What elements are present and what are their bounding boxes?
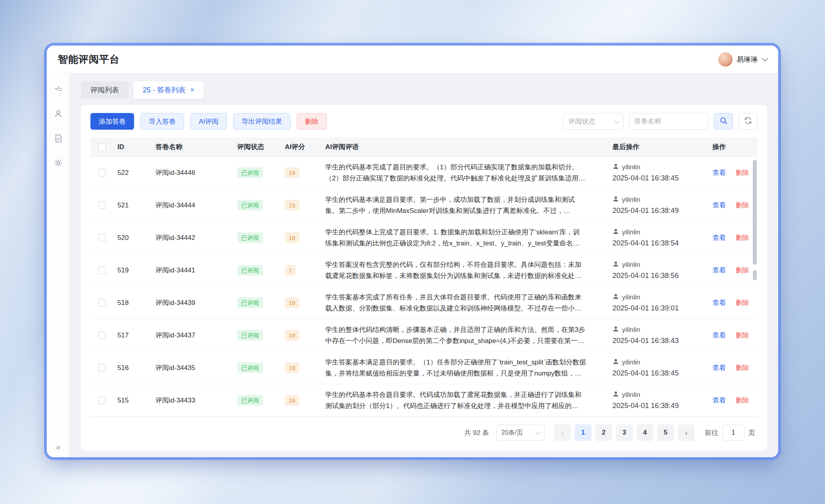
- scrollbar-thumb[interactable]: [753, 160, 757, 265]
- tab-label: 评阅列表: [90, 85, 119, 95]
- status-badge: 已评阅: [237, 297, 263, 308]
- status-badge: 已评阅: [237, 362, 263, 373]
- row-checkbox[interactable]: [98, 234, 106, 241]
- last-op-time: 2025-04-01 16:38:45: [612, 174, 704, 182]
- cell-actions: 查看 删除: [708, 233, 758, 242]
- users-icon[interactable]: [54, 109, 63, 119]
- cell-comment: 学生的整体代码结构清晰，步骤基本正确，并且适用了正确的库和方法。然而，在第3步中…: [325, 324, 586, 347]
- view-link[interactable]: 查看: [712, 201, 726, 209]
- content-panel: 添加答卷 导入答卷 AI评阅 导出评阅结果 删除 评阅状态: [81, 105, 767, 450]
- add-answer-button[interactable]: 添加答卷: [90, 113, 134, 130]
- score-badge: 18: [285, 330, 299, 341]
- vertical-scrollbar[interactable]: [753, 158, 757, 415]
- view-link[interactable]: 查看: [712, 266, 726, 274]
- delete-link[interactable]: 删除: [736, 266, 749, 274]
- tab-answer-list[interactable]: 25 - 答卷列表 ×: [133, 81, 203, 99]
- papers-icon[interactable]: [54, 134, 63, 143]
- close-icon[interactable]: ×: [190, 87, 194, 93]
- cell-id: 516: [113, 364, 152, 372]
- page-button-3[interactable]: 3: [616, 424, 633, 441]
- row-checkbox[interactable]: [98, 201, 106, 209]
- select-all-checkbox[interactable]: [98, 143, 106, 151]
- review-status-select[interactable]: 评阅状态: [563, 113, 624, 130]
- cell-last-op: yilinlin 2025-04-01 16:38:49: [608, 195, 708, 215]
- search-button[interactable]: [714, 113, 733, 130]
- table-row: 519 评阅id-34441 已评阅 1 学生答案没有包含完整的代码，仅有部分结…: [90, 254, 758, 287]
- select-placeholder: 评阅状态: [568, 117, 595, 126]
- row-checkbox[interactable]: [98, 299, 106, 307]
- goto-page: 前往 页: [705, 425, 755, 441]
- page-button-2[interactable]: 2: [595, 424, 612, 441]
- operator-name: yilinlin: [622, 391, 640, 399]
- header-actions: 操作: [708, 142, 758, 151]
- page-button-4[interactable]: 4: [637, 424, 653, 441]
- user-menu[interactable]: 易琳琳: [718, 52, 766, 67]
- row-checkbox[interactable]: [98, 364, 106, 372]
- import-answer-button[interactable]: 导入答卷: [140, 113, 184, 130]
- last-op-time: 2025-04-01 16:38:49: [612, 207, 704, 215]
- cell-name: 评阅id-34433: [152, 396, 233, 405]
- refresh-button[interactable]: [739, 113, 758, 130]
- cell-name: 评阅id-34442: [152, 233, 233, 242]
- status-badge: 已评阅: [237, 395, 263, 406]
- user-icon: [612, 261, 619, 269]
- scrollbar-thumb-segment[interactable]: [753, 270, 757, 280]
- delete-link[interactable]: 删除: [736, 201, 749, 209]
- last-op-time: 2025-04-01 16:38:54: [612, 239, 704, 247]
- row-checkbox[interactable]: [98, 332, 106, 339]
- cell-comment: 学生答案没有包含完整的代码，仅有部分结构，不符合题目要求。具体问题包括：未加载鸢…: [325, 259, 586, 282]
- header-last-op: 最后操作: [608, 142, 708, 151]
- status-badge: 已评阅: [237, 265, 263, 276]
- refresh-icon: [744, 116, 752, 126]
- delete-link[interactable]: 删除: [736, 332, 749, 339]
- cell-comment: 学生答案基本满足题目的要求。（1）任务部分正确使用了`train_test_sp…: [325, 357, 586, 379]
- settings-icon[interactable]: [54, 158, 63, 168]
- tab-review-list[interactable]: 评阅列表: [81, 81, 129, 99]
- user-icon: [612, 163, 619, 172]
- goto-page-input[interactable]: [722, 425, 744, 441]
- last-op-time: 2025-04-01 16:39:01: [612, 304, 704, 312]
- delete-link[interactable]: 删除: [736, 364, 749, 372]
- answer-name-input[interactable]: [629, 113, 708, 130]
- delete-link[interactable]: 删除: [736, 169, 749, 176]
- row-checkbox[interactable]: [98, 266, 106, 274]
- review-tasks-icon[interactable]: [54, 84, 63, 94]
- status-badge: 已评阅: [237, 232, 263, 243]
- view-link[interactable]: 查看: [712, 234, 726, 241]
- cell-actions: 查看 删除: [708, 363, 758, 372]
- view-link[interactable]: 查看: [712, 169, 726, 176]
- delete-link[interactable]: 删除: [736, 397, 749, 404]
- last-op-time: 2025-04-01 16:38:43: [612, 337, 704, 345]
- row-checkbox[interactable]: [98, 169, 106, 176]
- chevron-down-icon: [615, 118, 620, 123]
- next-page-button[interactable]: ›: [678, 424, 695, 441]
- sidebar-collapse-button[interactable]: »: [47, 443, 69, 452]
- cell-last-op: yilinlin 2025-04-01 16:38:45: [608, 163, 708, 182]
- export-results-button[interactable]: 导出评阅结果: [233, 113, 290, 130]
- page-size-value: 20条/页: [501, 429, 523, 437]
- view-link[interactable]: 查看: [712, 332, 726, 339]
- row-checkbox[interactable]: [98, 397, 106, 404]
- delete-link[interactable]: 删除: [736, 234, 749, 241]
- cell-actions: 查看 删除: [708, 298, 758, 307]
- operator-name: yilinlin: [622, 228, 640, 236]
- operator-name: yilinlin: [622, 293, 640, 301]
- cell-last-op: yilinlin 2025-04-01 16:38:56: [608, 261, 708, 280]
- view-link[interactable]: 查看: [712, 364, 726, 372]
- table-row: 520 评阅id-34442 已评阅 18 学生的代码整体上完成了题目要求。1.…: [90, 222, 758, 254]
- cell-id: 515: [113, 397, 152, 404]
- delete-link[interactable]: 删除: [736, 299, 749, 307]
- page-button-1[interactable]: 1: [575, 424, 591, 441]
- delete-button[interactable]: 删除: [297, 113, 327, 130]
- view-link[interactable]: 查看: [712, 299, 726, 307]
- prev-page-button[interactable]: ‹: [554, 424, 571, 441]
- page-button-5[interactable]: 5: [657, 424, 674, 441]
- cell-id: 520: [113, 234, 152, 242]
- view-link[interactable]: 查看: [712, 397, 726, 404]
- operator-name: yilinlin: [622, 358, 640, 366]
- page-size-select[interactable]: 20条/页: [496, 425, 545, 441]
- ai-review-button[interactable]: AI评阅: [190, 113, 227, 130]
- sidebar: »: [47, 73, 70, 457]
- table-row: 522 评阅id-34446 已评阅 18 学生的代码基本完成了题目的要求。（1…: [90, 157, 758, 189]
- table-row: 516 评阅id-34435 已评阅 18 学生答案基本满足题目的要求。（1）任…: [90, 352, 758, 384]
